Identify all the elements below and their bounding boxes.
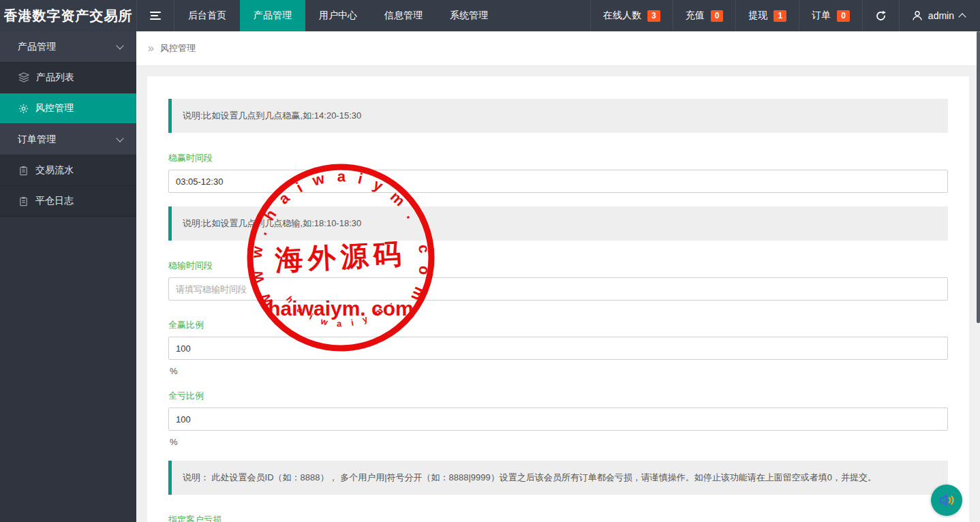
stat-orders[interactable]: 订单 0 [799, 0, 862, 31]
stat-badge: 0 [711, 10, 724, 22]
double-chevron-icon: » [148, 43, 154, 54]
stat-label: 充值 [686, 10, 705, 22]
user-icon [912, 10, 923, 21]
stat-deposits[interactable]: 充值 0 [673, 0, 736, 31]
nav-tab-system[interactable]: 系统管理 [436, 0, 502, 31]
sidebar-item-label: 产品列表 [36, 72, 74, 84]
sidebar-item-close-log[interactable]: 平仓日志 [0, 186, 136, 217]
all-lose-ratio-input[interactable] [168, 408, 948, 431]
nav-tab-products[interactable]: 产品管理 [240, 0, 305, 31]
stat-badge: 1 [774, 10, 786, 22]
sidebar-item-label: 交易流水 [35, 164, 74, 176]
field-target-customer-loss: 指定客户亏损 [168, 514, 948, 522]
field-label: 指定客户亏损 [168, 514, 948, 522]
menu-toggle-icon[interactable] [136, 0, 174, 31]
stat-badge: 0 [837, 10, 850, 22]
sidebar-item-label: 风控管理 [35, 102, 74, 114]
speaker-icon [938, 491, 955, 509]
nav-tab-dashboard[interactable]: 后台首页 [174, 0, 240, 31]
win-period-input[interactable] [168, 170, 948, 193]
field-all-lose-ratio: 全亏比例 % [168, 390, 948, 447]
sidebar-group-label: 产品管理 [18, 41, 56, 53]
sidebar-item-trade-flow[interactable]: 交易流水 [0, 155, 136, 186]
chevron-up-icon [958, 13, 966, 20]
gear-icon [18, 104, 29, 114]
sidebar: 产品管理 产品列表 风控管理 订单管理 [0, 31, 136, 522]
field-label: 全亏比例 [168, 390, 948, 402]
field-label: 稳输时间段 [168, 260, 948, 272]
stat-withdrawals[interactable]: 提现 1 [735, 0, 799, 31]
chevron-down-icon [116, 42, 123, 49]
percent-unit: % [170, 366, 948, 376]
field-label: 全赢比例 [168, 319, 948, 331]
all-win-ratio-input[interactable] [168, 337, 948, 360]
chevron-down-icon [116, 134, 123, 142]
nav-tab-info[interactable]: 信息管理 [371, 0, 436, 31]
info-alert-win-time: 说明:比如设置几点到几点稳赢,如:14:20-15:30 [168, 99, 948, 133]
sidebar-item-product-list[interactable]: 产品列表 [0, 63, 136, 93]
vertical-scrollbar-thumb[interactable] [977, 31, 980, 323]
stat-label: 在线人数 [603, 10, 641, 22]
sidebar-group-label: 订单管理 [18, 134, 56, 146]
lose-period-input[interactable] [168, 277, 948, 301]
user-menu[interactable]: admin [899, 0, 980, 31]
field-win-period: 稳赢时间段 [168, 152, 948, 193]
breadcrumb: » 风控管理 [136, 31, 980, 66]
breadcrumb-label[interactable]: 风控管理 [160, 42, 196, 55]
sidebar-item-risk-control[interactable]: 风控管理 [0, 93, 136, 124]
layers-icon [18, 72, 29, 83]
sidebar-item-label: 平仓日志 [35, 195, 74, 207]
risk-control-form: 说明:比如设置几点到几点稳赢,如:14:20-15:30 稳赢时间段 说明:比如… [147, 76, 969, 522]
refresh-icon[interactable] [862, 0, 899, 31]
app-logo: 香港数字资产交易所 [0, 0, 136, 31]
field-all-win-ratio: 全赢比例 % [168, 319, 948, 376]
info-alert-member-loss: 说明： 此处设置会员ID（如：8888）， 多个用户用|符号分开（如：8888|… [168, 461, 948, 495]
stat-badge: 3 [647, 10, 660, 22]
field-label: 稳赢时间段 [168, 152, 948, 164]
sidebar-group-orders[interactable]: 订单管理 [0, 124, 136, 155]
content-area: 说明:比如设置几点到几点稳赢,如:14:20-15:30 稳赢时间段 说明:比如… [136, 66, 980, 522]
field-lose-period: 稳输时间段 [168, 260, 948, 301]
stat-label: 订单 [812, 10, 831, 22]
main-area: » 风控管理 说明:比如设置几点到几点稳赢,如:14:20-15:30 稳赢时间… [136, 31, 980, 522]
nav-tab-users[interactable]: 用户中心 [305, 0, 371, 31]
stat-online-users[interactable]: 在线人数 3 [590, 0, 673, 31]
clipboard-icon [18, 196, 29, 206]
stat-label: 提现 [748, 10, 767, 22]
announcement-sound-button[interactable] [931, 485, 962, 516]
info-alert-lose-time: 说明:比如设置几点到几点稳输,如:18:10-18:30 [168, 206, 948, 241]
username: admin [928, 10, 954, 21]
top-header: 香港数字资产交易所 后台首页 产品管理 用户中心 信息管理 系统管理 在线人数 … [0, 0, 980, 31]
percent-unit: % [170, 437, 948, 447]
sidebar-group-products[interactable]: 产品管理 [0, 31, 136, 63]
clipboard-icon [18, 166, 29, 176]
